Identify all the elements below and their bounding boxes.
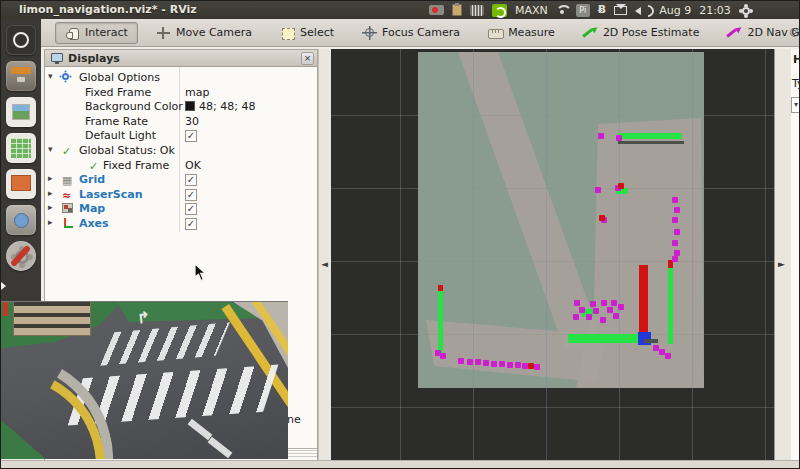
laser-dot (507, 362, 513, 368)
property-value[interactable]: 48; 48; 48 (185, 100, 255, 113)
launcher-software-center-icon[interactable] (6, 205, 36, 235)
pi-indicator-icon[interactable]: Pi (576, 4, 590, 17)
displays-row-background-color[interactable]: Background Color48; 48; 48 (45, 100, 317, 115)
property-label: Frame Rate (85, 115, 148, 128)
window-title: limon_navigation.rviz* - RViz (19, 3, 197, 16)
displays-row-fixed-frame[interactable]: ✓Fixed FrameOK (45, 159, 317, 174)
checkbox-map[interactable]: ✓ (185, 203, 197, 215)
pose-arrow-icon (583, 26, 598, 40)
property-value[interactable]: OK (185, 159, 201, 172)
3d-viewport[interactable] (331, 49, 774, 461)
laser-dot (672, 217, 678, 223)
launcher-running-indicator (1, 282, 6, 290)
displays-row-frame-rate[interactable]: Frame Rate30 (45, 115, 317, 130)
launcher-libreoffice-impress-icon[interactable] (6, 169, 36, 199)
displays-row-grid[interactable]: ▸▦Grid✓ (45, 173, 317, 188)
system-monitor-icon[interactable] (470, 5, 484, 16)
checkbox-axes[interactable]: ✓ (185, 218, 197, 230)
laser-dot (491, 361, 497, 367)
toolbar-focus-camera-button[interactable]: Focus Camera (352, 22, 470, 44)
expand-icon[interactable]: ▸ (48, 217, 60, 227)
right-splitter[interactable]: ► (774, 49, 791, 461)
laser-dot (586, 314, 592, 320)
property-label: Axes (79, 217, 109, 230)
toolbar-select-button[interactable]: Select (270, 22, 344, 44)
displays-row-default-light[interactable]: Default Light✓ (45, 129, 317, 144)
displays-row-map[interactable]: ▸Map✓ (45, 202, 317, 217)
expand-icon[interactable]: ▸ (48, 173, 60, 183)
collapse-icon[interactable]: ▾ (48, 71, 60, 81)
laser-dot (573, 314, 579, 320)
volume-icon[interactable] (635, 5, 651, 16)
launcher-image-viewer-icon[interactable] (6, 97, 36, 127)
clock-time[interactable]: 21:03 (699, 4, 731, 17)
displays-row-global-status-ok[interactable]: ▾✓Global Status: Ok (45, 144, 317, 159)
left-splitter[interactable]: ◄ (318, 49, 331, 461)
toolbar-move-camera-button[interactable]: Move Camera (146, 22, 262, 44)
laser-dot (607, 307, 613, 313)
collapse-icon[interactable]: ▾ (48, 144, 60, 154)
camera-lane-dash (188, 419, 213, 441)
wifi-icon[interactable] (556, 5, 568, 15)
session-gear-icon[interactable] (739, 4, 751, 16)
expand-icon[interactable]: ▸ (48, 188, 60, 198)
laser-dot (672, 256, 678, 262)
collapse-left-icon[interactable]: ◄ (321, 259, 328, 269)
window-bottom-edge (1, 460, 800, 469)
launcher-libreoffice-calc-icon[interactable] (6, 133, 36, 163)
laser-segment (668, 268, 673, 344)
views-panel: H Ty ▾ (791, 49, 800, 461)
displays-panel-header[interactable]: Displays × (45, 50, 317, 67)
laser-dot (672, 197, 678, 203)
toolbar-interact-button[interactable]: Interact (55, 22, 138, 44)
property-value[interactable]: 30 (185, 115, 199, 128)
checkbox-default-light[interactable]: ✓ (185, 130, 197, 142)
rviz-window: limon_navigation.rviz* - RViz MAXN Pi Ƀ … (0, 0, 800, 469)
rename-button-fragment[interactable]: ne (287, 413, 301, 426)
axes-display (438, 285, 443, 291)
focus-crosshair-icon (362, 26, 377, 40)
laser-dot (593, 308, 599, 314)
property-value[interactable]: map (185, 86, 209, 99)
grid-icon: ▦ (62, 174, 74, 185)
checkbox-grid[interactable]: ✓ (185, 174, 197, 186)
camera-red-pole (3, 301, 8, 316)
laser-dot (601, 300, 607, 306)
launcher-files-icon[interactable] (6, 61, 36, 91)
launcher-system-settings-icon[interactable] (6, 241, 36, 271)
camera-crosswalk-far (100, 322, 230, 365)
toolbar-2d-pose-estimate-button[interactable]: 2D Pose Estimate (573, 22, 710, 44)
clipboard-icon[interactable] (452, 4, 462, 16)
launcher-ubuntu-icon[interactable] (6, 25, 36, 55)
screen-record-icon[interactable] (429, 5, 444, 15)
panel-resize-grip[interactable] (285, 448, 317, 457)
laser-dot (618, 304, 624, 310)
displays-row-laserscan[interactable]: ▸≈LaserScan✓ (45, 188, 317, 203)
toolbar-2d-nav-goal-button[interactable]: 2D Nav Goal (717, 22, 800, 44)
laser-dot (515, 362, 521, 368)
expand-icon[interactable]: ▸ (48, 202, 60, 212)
mail-icon[interactable] (614, 6, 627, 15)
checkbox-laserscan[interactable]: ✓ (185, 189, 197, 201)
property-label: Global Options (79, 71, 160, 84)
nvidia-icon[interactable] (492, 4, 507, 17)
bluetooth-icon[interactable]: Ƀ (598, 1, 606, 19)
displays-close-button[interactable]: × (301, 52, 314, 65)
views-type-dropdown[interactable]: ▾ (791, 97, 800, 113)
toolbar-measure-button[interactable]: Measure (478, 22, 565, 44)
displays-row-fixed-frame[interactable]: Fixed Framemap (45, 86, 317, 101)
collapse-right-icon[interactable]: ► (778, 259, 785, 269)
performance-mode-label[interactable]: MAXN (515, 4, 548, 17)
displays-row-global-options[interactable]: ▾Global Options (45, 71, 317, 86)
laser-dot (574, 300, 580, 306)
tool-label: Interact (85, 26, 128, 39)
laser-dot (579, 307, 585, 313)
laser-dot (611, 300, 617, 306)
displays-row-axes[interactable]: ▸Axes✓ (45, 217, 317, 232)
rviz-toolbar: InteractMove CameraSelectFocus CameraMea… (41, 19, 800, 47)
clock-date[interactable]: Aug 9 (659, 4, 691, 17)
system-top-bar: limon_navigation.rviz* - RViz MAXN Pi Ƀ … (1, 1, 800, 19)
toolbar-overflow-icon[interactable]: ◎ (789, 25, 799, 38)
camera-model-building (13, 301, 91, 336)
property-label: Global Status: Ok (79, 144, 175, 157)
